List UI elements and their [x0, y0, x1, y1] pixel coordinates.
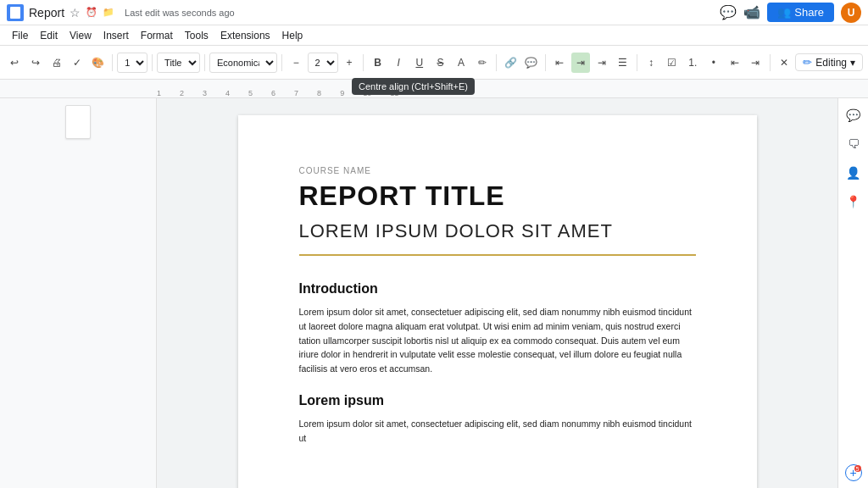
menu-tools[interactable]: Tools [180, 28, 214, 43]
avatar[interactable]: U [841, 3, 861, 23]
font-select[interactable]: Economica [209, 53, 277, 73]
last-edit-text: Last edit was seconds ago [125, 8, 235, 18]
separator-1 [112, 54, 113, 71]
align-left-button[interactable]: ⇤ [550, 53, 570, 73]
share-icon: 👥 [777, 6, 791, 19]
separator-9 [770, 54, 771, 71]
notification-dot: 5 [854, 465, 861, 472]
move-to-icon[interactable]: 📁 [103, 7, 114, 18]
editing-chevron: ▾ [850, 57, 855, 69]
top-bar: Report ☆ ⏰ 📁 Last edit was seconds ago 💬… [0, 0, 868, 25]
ruler: 1 2 3 4 5 6 7 8 9 10 11 [0, 80, 868, 98]
strikethrough-button[interactable]: S [431, 53, 450, 73]
separator-2 [152, 54, 153, 71]
top-bar-actions: 💬 📹 👥 Share U [720, 3, 861, 23]
app-icon [7, 4, 24, 21]
menu-help[interactable]: Help [277, 28, 309, 43]
intro-heading[interactable]: Introduction [299, 281, 696, 297]
left-panel [0, 98, 157, 488]
star-icon[interactable]: ☆ [70, 6, 81, 19]
meeting-icon[interactable]: 📹 [743, 4, 760, 20]
main-layout: COURSE NAME REPORT TITLE LOREM IPSUM DOL… [0, 98, 868, 488]
menu-format[interactable]: Format [136, 28, 178, 43]
line-spacing-button[interactable]: ↕ [642, 53, 661, 73]
chat-panel-icon[interactable]: 🗨 [843, 134, 864, 154]
italic-button[interactable]: I [389, 53, 409, 73]
document-subtitle[interactable]: LOREM IPSUM DOLOR SIT AMET [299, 220, 696, 242]
right-panel: 💬 🗨 👤 📍 + 5 [837, 98, 868, 488]
history-icon[interactable]: ⏰ [86, 7, 97, 18]
font-size-select[interactable]: 20 [308, 53, 338, 73]
add-panel-button[interactable]: + 5 [845, 464, 862, 481]
report-title[interactable]: REPORT TITLE [299, 180, 696, 212]
increase-font-button[interactable]: + [340, 53, 359, 73]
checklist-button[interactable]: ☑ [662, 53, 682, 73]
decrease-font-button[interactable]: − [287, 53, 306, 73]
ruler-marks: 1 2 3 4 5 6 7 8 9 10 11 [157, 80, 417, 97]
align-center-button[interactable]: ⇥ [571, 53, 591, 73]
style-select[interactable]: Title [157, 53, 200, 73]
document-area[interactable]: COURSE NAME REPORT TITLE LOREM IPSUM DOL… [157, 98, 837, 488]
separator-5 [363, 54, 364, 71]
document-title: Report [29, 6, 64, 19]
separator-6 [496, 54, 497, 71]
document-page: COURSE NAME REPORT TITLE LOREM IPSUM DOL… [238, 115, 757, 488]
map-panel-icon[interactable]: 📍 [843, 191, 864, 212]
text-color-button[interactable]: A [452, 53, 471, 73]
course-name: COURSE NAME [299, 166, 696, 175]
toolbar: ↩ ↪ 🖨 ✓ 🎨 150% Title Economica − 20 + B … [0, 46, 868, 80]
undo-button[interactable]: ↩ [5, 53, 25, 73]
menu-insert[interactable]: Insert [98, 28, 134, 43]
divider-line [299, 254, 696, 256]
clear-formatting-button[interactable]: ✕ [774, 53, 793, 73]
editing-label: Editing [815, 57, 847, 69]
editing-badge[interactable]: ✏ Editing ▾ [795, 53, 863, 71]
align-right-button[interactable]: ⇥ [592, 53, 611, 73]
menu-file[interactable]: File [7, 28, 33, 43]
pencil-icon: ✏ [803, 56, 812, 69]
separator-8 [637, 54, 637, 71]
paint-format-button[interactable]: 🎨 [89, 53, 108, 73]
intro-body-text[interactable]: Lorem ipsum dolor sit amet, consectetuer… [299, 305, 696, 376]
bullet-list-button[interactable]: • [704, 53, 724, 73]
separator-3 [204, 54, 205, 71]
page-thumbnail[interactable] [65, 105, 91, 139]
highlight-color-button[interactable]: ✏ [472, 53, 492, 73]
increase-indent-button[interactable]: ⇥ [746, 53, 765, 73]
menu-view[interactable]: View [64, 28, 97, 43]
insert-comment-button[interactable]: 💬 [522, 53, 542, 73]
print-button[interactable]: 🖨 [47, 53, 66, 73]
menu-extensions[interactable]: Extensions [215, 28, 275, 43]
spellcheck-button[interactable]: ✓ [68, 53, 87, 73]
separator-7 [545, 54, 546, 71]
comments-icon[interactable]: 💬 [720, 4, 737, 20]
decrease-indent-button[interactable]: ⇤ [725, 53, 744, 73]
zoom-select[interactable]: 150% [117, 53, 147, 73]
comments-panel-icon[interactable]: 💬 [843, 105, 864, 125]
lorem-body-text[interactable]: Lorem ipsum dolor sit amet, consectetuer… [299, 417, 696, 446]
align-justify-button[interactable]: ☰ [613, 53, 632, 73]
numbered-list-button[interactable]: 1. [683, 53, 703, 73]
bold-button[interactable]: B [368, 53, 387, 73]
redo-button[interactable]: ↪ [26, 53, 46, 73]
insert-link-button[interactable]: 🔗 [501, 53, 520, 73]
people-panel-icon[interactable]: 👤 [843, 163, 864, 183]
menu-bar: File Edit View Insert Format Tools Exten… [0, 25, 868, 46]
share-button[interactable]: 👥 Share [767, 3, 834, 22]
separator-4 [281, 54, 282, 71]
lorem-heading[interactable]: Lorem ipsum [299, 393, 696, 408]
underline-button[interactable]: U [409, 53, 429, 73]
menu-edit[interactable]: Edit [35, 28, 63, 43]
